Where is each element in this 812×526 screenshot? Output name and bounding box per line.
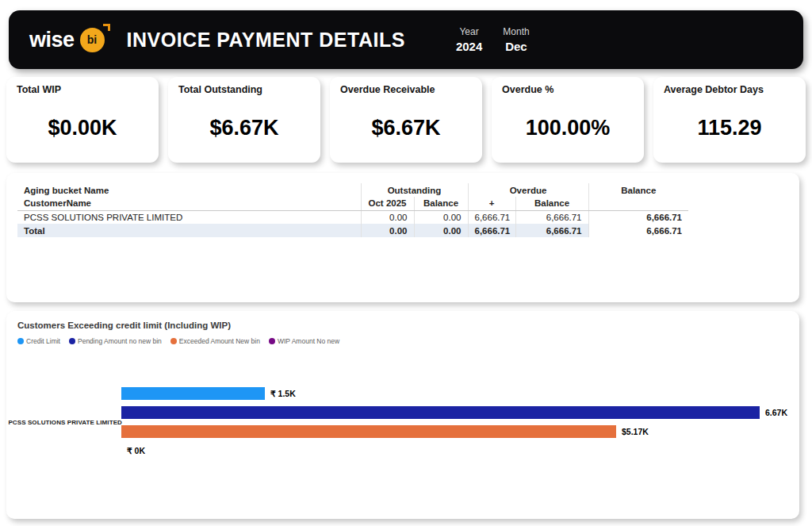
cell-balance: 6,666.71 xyxy=(588,210,688,224)
month-filter-value[interactable]: Dec xyxy=(505,40,527,53)
kpi-label: Total Outstanding xyxy=(178,84,262,95)
month-filter-label: Month xyxy=(503,26,529,37)
bar-data-label: ₹ 0K xyxy=(127,446,145,455)
page-title: INVOICE PAYMENT DETAILS xyxy=(127,29,405,52)
bar-row-pending-amount: 6.67K xyxy=(121,406,791,419)
table-total-row: Total 0.00 0.00 6,666.71 6,666.71 6,666.… xyxy=(17,224,688,237)
kpi-card-overdue-receivable: Overdue Receivable $6.67K xyxy=(330,77,482,163)
table-row[interactable]: PCSS SOLUTIONS PRIVATE LIMITED 0.00 0.00… xyxy=(17,210,688,224)
total-oct-2025: 0.00 xyxy=(361,224,414,237)
credit-limit-chart-card: Customers Exceeding credit limit (Includ… xyxy=(6,311,799,519)
legend-dot-icon xyxy=(17,338,24,344)
kpi-label: Average Debtor Days xyxy=(664,84,764,95)
total-overdue-plus: 6,666.71 xyxy=(468,224,515,237)
kpi-value: $6.67K xyxy=(330,116,482,140)
bar-row-credit-limit: ₹ 1.5K xyxy=(121,387,791,400)
total-overdue-balance: 6,666.71 xyxy=(515,224,588,237)
bar-exceeded-amount[interactable] xyxy=(121,425,616,438)
kpi-value: $6.67K xyxy=(168,116,320,140)
kpi-card-total-outstanding: Total Outstanding $6.67K xyxy=(168,77,320,163)
kpi-row: Total WIP $0.00K Total Outstanding $6.67… xyxy=(6,77,806,163)
total-label: Total xyxy=(17,224,361,237)
chart-title: Customers Exceeding credit limit (Includ… xyxy=(17,321,799,330)
kpi-value: $0.00K xyxy=(6,116,159,140)
column-header-oct-2025[interactable]: Oct 2025 xyxy=(361,197,414,210)
chart-legend: Credit Limit Pending Amount no new bin E… xyxy=(17,337,799,345)
column-header-aging-bucket[interactable]: Aging bucket Name xyxy=(17,183,361,197)
header-filters: Year 2024 Month Dec xyxy=(456,26,530,53)
cell-customer: PCSS SOLUTIONS PRIVATE LIMITED xyxy=(17,210,361,224)
logo-corner-icon xyxy=(103,24,110,31)
cell-overdue-balance: 6,666.71 xyxy=(515,210,588,224)
legend-item-credit-limit[interactable]: Credit Limit xyxy=(17,337,60,345)
aging-table-card: Aging bucket Name Outstanding Overdue Ba… xyxy=(6,173,799,302)
column-header-overdue-balance[interactable]: Balance xyxy=(515,197,588,210)
legend-label: WIP Amount No new xyxy=(278,337,339,345)
month-filter[interactable]: Month Dec xyxy=(503,26,529,53)
column-header-balance[interactable]: Balance xyxy=(588,183,688,197)
legend-item-wip-amount[interactable]: WIP Amount No new xyxy=(269,337,339,345)
year-filter-label: Year xyxy=(459,26,478,37)
kpi-label: Total WIP xyxy=(17,84,61,95)
header-bar: wise bi INVOICE PAYMENT DETAILS Year 202… xyxy=(9,10,803,69)
bar-chart-plot: PCSS SOLUTIONS PRIVATE LIMITED ₹ 1.5K 6.… xyxy=(6,387,799,482)
kpi-label: Overdue % xyxy=(502,84,553,95)
legend-dot-icon xyxy=(269,338,275,344)
cell-overdue-plus: 6,666.71 xyxy=(468,210,515,224)
bar-data-label: $5.17K xyxy=(622,427,649,436)
table-group-header-row: Aging bucket Name Outstanding Overdue Ba… xyxy=(17,183,688,197)
bar-credit-limit[interactable] xyxy=(121,387,265,400)
bar-row-exceeded-amount: $5.17K xyxy=(121,425,791,438)
legend-item-exceeded-amount[interactable]: Exceeded Amount New bin xyxy=(170,337,260,345)
legend-label: Credit Limit xyxy=(26,337,60,345)
bar-pending-amount[interactable] xyxy=(121,406,760,419)
logo-wise-text: wise xyxy=(29,28,75,52)
logo-bi-badge: bi xyxy=(80,28,105,52)
legend-dot-icon xyxy=(170,338,177,344)
column-header-balance-spacer xyxy=(588,197,688,210)
column-group-overdue[interactable]: Overdue xyxy=(468,183,588,197)
total-outstanding-balance: 0.00 xyxy=(414,224,468,237)
legend-item-pending-amount[interactable]: Pending Amount no new bin xyxy=(69,337,162,345)
year-filter[interactable]: Year 2024 xyxy=(456,26,482,53)
cell-oct-2025: 0.00 xyxy=(361,210,414,224)
kpi-card-average-debtor-days: Average Debtor Days 115.29 xyxy=(653,77,806,163)
aging-table: Aging bucket Name Outstanding Overdue Ba… xyxy=(17,183,688,237)
column-group-outstanding[interactable]: Outstanding xyxy=(361,183,468,197)
kpi-label: Overdue Receivable xyxy=(340,84,435,95)
bar-data-label: 6.67K xyxy=(765,408,787,417)
column-header-overdue-plus[interactable]: + xyxy=(468,197,515,210)
bar-row-wip-amount: ₹ 0K xyxy=(121,444,791,457)
kpi-card-overdue-percent: Overdue % 100.00% xyxy=(492,77,644,163)
kpi-value: 100.00% xyxy=(492,116,644,140)
total-balance: 6,666.71 xyxy=(588,224,688,237)
legend-label: Pending Amount no new bin xyxy=(78,337,162,345)
column-header-outstanding-balance[interactable]: Balance xyxy=(414,197,468,210)
legend-dot-icon xyxy=(69,338,75,344)
wisebi-logo: wise bi xyxy=(29,28,105,52)
cell-outstanding-balance: 0.00 xyxy=(414,210,468,224)
legend-label: Exceeded Amount New bin xyxy=(179,337,260,345)
bar-group: ₹ 1.5K 6.67K $5.17K ₹ 0K xyxy=(121,387,791,457)
bar-data-label: ₹ 1.5K xyxy=(270,389,296,398)
logo-bi-text: bi xyxy=(87,33,97,46)
year-filter-value[interactable]: 2024 xyxy=(456,40,482,53)
kpi-value: 115.29 xyxy=(653,116,806,140)
table-sub-header-row: CustomerName Oct 2025 Balance + Balance xyxy=(17,197,688,210)
column-header-customer-name[interactable]: CustomerName xyxy=(17,197,361,210)
category-axis-label: PCSS SOLUTIONS PRIVATE LIMITED xyxy=(6,419,122,426)
kpi-card-total-wip: Total WIP $0.00K xyxy=(6,77,159,163)
